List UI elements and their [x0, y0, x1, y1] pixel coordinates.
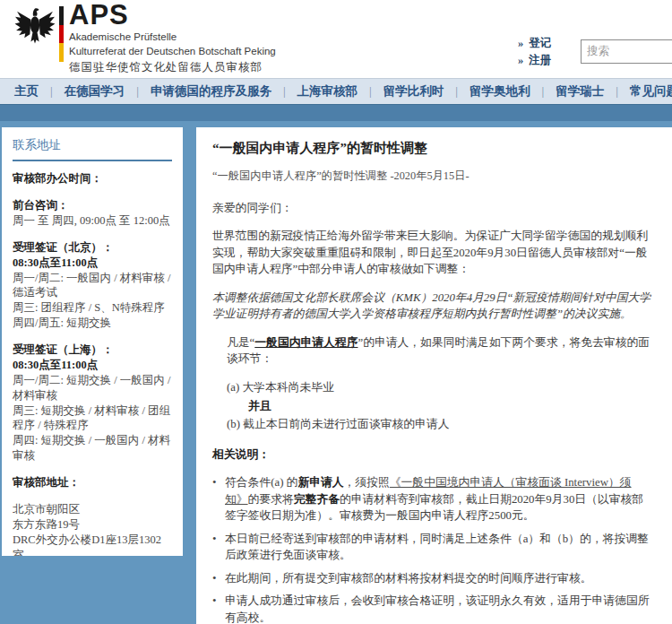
nav-item-留学奥地利[interactable]: 留学奥地利 — [466, 83, 534, 100]
site-header: APS Akademische Prüfstelle Kulturreferat… — [0, 0, 672, 78]
text-segment: 凡是“ — [227, 336, 254, 349]
nav-separator: | — [128, 84, 147, 99]
bullet-content: 符合条件(a) 的新申请人，须按照《一般中国境内申请人（审核面谈 Intervi… — [225, 474, 654, 524]
sidebar-section: 受理签证（北京）：08:30点至11:00点周一/周二: 一般国内 / 材料审核… — [13, 240, 172, 331]
text-segment: 完整齐备 — [294, 493, 340, 506]
article: “一般国内申请人程序”的暂时性调整 “一般国内申请人程序”的暂时性调整 -202… — [196, 127, 672, 624]
text-segment: 的要求将 — [248, 493, 294, 506]
article-paragraph: 亲爱的同学们： — [212, 200, 654, 217]
article-paragraph: (b) 截止本日前尚未进行过面谈审核的申请人 — [227, 416, 654, 433]
sidebar-line: 东方东路19号 — [13, 517, 172, 533]
sidebar-line: 周一/周二: 一般国内 / 材料审核 / 德适考试 — [13, 271, 172, 301]
bullet-content: 申请人成功通过审核后，会收到审核合格证明，该证明永久有效，适用于申请德国所有高校… — [225, 593, 654, 624]
main-nav: 主页|在德国学习|申请德国的程序及服务|上海审核部|留学比利时|留学奥地利|留学… — [0, 78, 672, 104]
sidebar-blocks: 审核部办公时间：前台咨询：周一 至 周四, 09:00点 至 12:00点受理签… — [13, 171, 172, 556]
bullet-marker: • — [212, 593, 225, 624]
logo-text: APS Akademische Prüfstelle Kulturreferat… — [69, 0, 276, 75]
nav-item-留学瑞士[interactable]: 留学瑞士 — [552, 83, 607, 100]
chevron-right-icon: » — [518, 54, 523, 66]
bullet-marker: • — [212, 474, 225, 524]
register-link[interactable]: »注册 — [518, 55, 551, 66]
register-link-label: 注册 — [529, 54, 551, 66]
sidebar-line: 周一/周二: 短期交换 / 一般国内 / 材料审核 — [13, 373, 172, 403]
logo: APS Akademische Prüfstelle Kulturreferat… — [14, 0, 276, 75]
nav-separator: | — [534, 84, 553, 99]
logo-subtitle-de2: Kulturreferat der Deutschen Botschaft Pe… — [69, 45, 276, 57]
text-segment: 亲爱的同学们： — [212, 202, 293, 214]
sidebar-title: 联系地址 — [13, 137, 172, 161]
sidebar-line: 周四: 短期交换 / 一般国内 / 材料审核 — [13, 433, 172, 464]
sidebar-line: 北京市朝阳区 — [13, 502, 172, 517]
search-input[interactable] — [581, 39, 672, 64]
login-link-label: 登记 — [529, 37, 551, 49]
text-segment: 本调整依据德国文化部长联席会议（KMK）2020年4月29日“新冠疫情期间针对中… — [212, 291, 650, 321]
nav-separator: | — [42, 84, 61, 99]
article-paragraph: 相关说明： — [212, 446, 654, 464]
article-title: “一般国内申请人程序”的暂时性调整 — [212, 139, 654, 159]
sidebar-line: 周四/周五: 短期交换 — [13, 316, 172, 331]
german-eagle-icon — [14, 0, 56, 54]
sidebar-line: 受理签证（上海）： — [13, 342, 172, 358]
nav-accent-band — [0, 104, 672, 121]
nav-item-主页[interactable]: 主页 — [11, 83, 42, 100]
sidebar-line: 周三: 团组程序 / S、N特殊程序 — [13, 300, 172, 316]
sidebar-line: 审核部办公时间： — [13, 171, 172, 186]
nav-item-上海审核部[interactable]: 上海审核部 — [294, 83, 362, 100]
sidebar-section: 受理签证（上海）：08:30点至11:00点周一/周二: 短期交换 / 一般国内… — [13, 342, 172, 464]
login-link[interactable]: »登记 — [518, 38, 551, 49]
german-flag-stripe — [59, 6, 64, 62]
article-paragraph: 世界范围的新冠疫情正给海外留学带来巨大影响。为保证广大同学留学德国的规划顺利实现… — [212, 228, 654, 278]
sidebar-line: 前台咨询： — [13, 198, 172, 213]
nav-item-申请德国的程序及服务[interactable]: 申请德国的程序及服务 — [147, 83, 275, 100]
text-segment: 申请人成功通过审核后，会收到审核合格证明，该证明永久有效，适用于申请德国所有高校… — [225, 594, 649, 624]
sidebar-line: 受理签证（北京）： — [13, 240, 172, 256]
bullet-item: •本日前已经寄送到审核部的申请材料，同时满足上述条件（a）和（b）的，将按调整后… — [212, 531, 654, 564]
contact-sidebar: 联系地址 审核部办公时间：前台咨询：周一 至 周四, 09:00点 至 12:0… — [2, 127, 183, 556]
logo-subtitle-de1: Akademische Prüfstelle — [69, 30, 276, 43]
sidebar-section: 北京市朝阳区东方东路19号DRC外交办公楼D1座13层1302室邮编: 1006… — [13, 502, 172, 556]
text-segment: (b) 截止本日前尚未进行过面谈审核的申请人 — [227, 418, 449, 430]
logo-subtitle-zh: 德国驻华使馆文化处留德人员审核部 — [69, 60, 276, 75]
article-paragraph: 凡是“一般国内申请人程序”的申请人，如果同时满足如下两个要求，将免去审核的面谈环… — [227, 334, 654, 368]
bullet-content: 本日前已经寄送到审核部的申请材料，同时满足上述条件（a）和（b）的，将按调整后政… — [225, 531, 654, 564]
sidebar-line: 审核部地址： — [13, 475, 172, 490]
nav-item-常见问题[interactable]: 常见问题 — [626, 83, 672, 100]
account-links: »登记 »注册 — [518, 38, 551, 72]
bullet-marker: • — [212, 531, 225, 564]
text-segment: 一般国内申请人程序 — [254, 336, 358, 349]
nav-item-留学比利时[interactable]: 留学比利时 — [380, 83, 448, 100]
sidebar-section: 前台咨询：周一 至 周四, 09:00点 至 12:00点 — [13, 198, 172, 229]
sidebar-section: 审核部办公时间： — [13, 171, 172, 186]
sidebar-line: 周三: 短期交换 / 材料审核 / 团组程序 / 特殊程序 — [13, 403, 172, 434]
article-subtitle: “一般国内申请人程序”的暂时性调整 -2020年5月15日- — [212, 169, 654, 185]
chevron-right-icon: » — [518, 37, 523, 49]
text-segment: ，须按照 — [344, 476, 390, 489]
article-paragraph: 并且 — [248, 398, 654, 415]
nav-separator: | — [607, 84, 626, 99]
text-segment: 符合条件(a) 的 — [225, 476, 297, 489]
sidebar-line: 08:30点至11:00点 — [13, 256, 172, 271]
nav-item-在德国学习[interactable]: 在德国学习 — [61, 83, 129, 100]
text-segment: 世界范围的新冠疫情正给海外留学带来巨大影响。为保证广大同学留学德国的规划顺利实现… — [212, 230, 648, 275]
bullet-item: •在此期间，所有提交到审核部的材料将按材料提交的时间顺序进行审核。 — [212, 570, 654, 587]
text-segment: 在此期间，所有提交到审核部的材料将按材料提交的时间顺序进行审核。 — [225, 572, 592, 585]
article-body: 亲爱的同学们：世界范围的新冠疫情正给海外留学带来巨大影响。为保证广大同学留学德国… — [212, 200, 654, 624]
bullet-marker: • — [212, 570, 225, 587]
logo-aps: APS — [69, 2, 276, 29]
bullet-content: 在此期间，所有提交到审核部的材料将按材料提交的时间顺序进行审核。 — [225, 570, 654, 587]
content-area: 联系地址 审核部办公时间：前台咨询：周一 至 周四, 09:00点 至 12:0… — [0, 121, 672, 624]
nav-separator: | — [275, 84, 294, 99]
article-paragraph: 本调整依据德国文化部长联席会议（KMK）2020年4月29日“新冠疫情期间针对中… — [212, 290, 654, 323]
nav-separator: | — [361, 84, 380, 99]
bullet-item: •符合条件(a) 的新申请人，须按照《一般中国境内申请人（审核面谈 Interv… — [212, 474, 654, 524]
sidebar-line: 08:30点至11:00点 — [13, 358, 172, 373]
text-segment: 新申请人 — [297, 476, 343, 489]
aps-page: APS Akademische Prüfstelle Kulturreferat… — [0, 0, 672, 624]
article-paragraph: (a) 大学本科尚未毕业 — [227, 379, 654, 396]
nav-separator: | — [447, 84, 466, 99]
text-segment: 本日前已经寄送到审核部的申请材料，同时满足上述条件（a）和（b）的，将按调整后政… — [225, 533, 649, 562]
text-segment: 相关说明： — [212, 448, 270, 461]
sidebar-line: DRC外交办公楼D1座13层1302室 — [13, 533, 172, 556]
text-segment: 并且 — [248, 400, 271, 412]
bullet-item: •申请人成功通过审核后，会收到审核合格证明，该证明永久有效，适用于申请德国所有高… — [212, 593, 654, 624]
